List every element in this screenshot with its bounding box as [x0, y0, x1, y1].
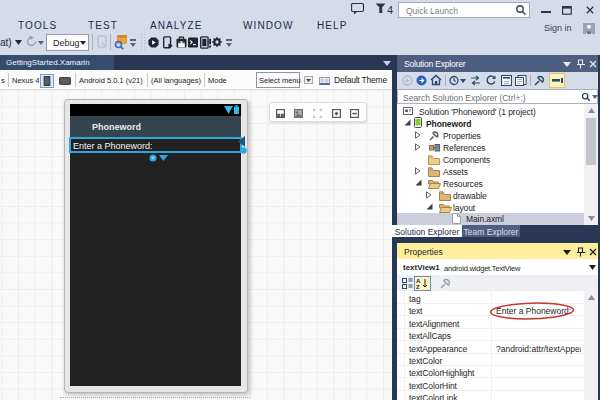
svg-text:Z: Z	[416, 284, 420, 289]
